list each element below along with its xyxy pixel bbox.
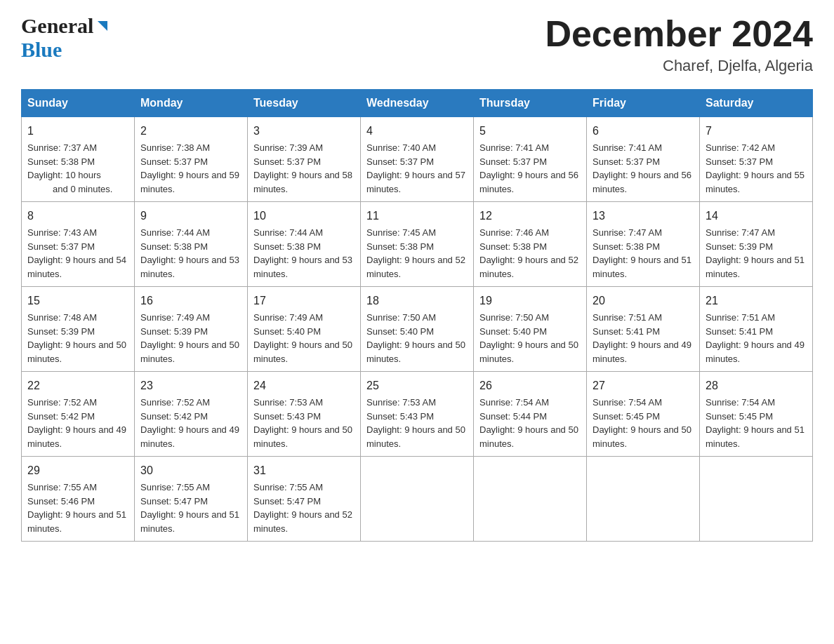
- day-number: 26: [479, 377, 581, 394]
- day-header-monday: Monday: [135, 90, 248, 117]
- day-daylight: Daylight: 9 hours and 58 minutes.: [253, 170, 352, 194]
- logo-blue-text: Blue: [21, 38, 62, 62]
- day-sunset: Sunset: 5:40 PM: [366, 326, 434, 337]
- day-sunset: Sunset: 5:41 PM: [706, 326, 773, 337]
- day-number: 10: [253, 208, 355, 224]
- day-daylight: Daylight: 9 hours and 49 minutes.: [706, 340, 805, 364]
- day-sunrise: Sunrise: 7:54 AM: [479, 397, 549, 408]
- day-cell: 9Sunrise: 7:44 AMSunset: 5:38 PMDaylight…: [135, 202, 248, 287]
- day-cell: 4Sunrise: 7:40 AMSunset: 5:37 PMDaylight…: [361, 117, 474, 202]
- day-cell: 21Sunrise: 7:51 AMSunset: 5:41 PMDayligh…: [700, 287, 813, 372]
- day-number: 13: [593, 208, 694, 224]
- day-sunset: Sunset: 5:47 PM: [253, 496, 321, 507]
- day-sunset: Sunset: 5:45 PM: [706, 411, 773, 422]
- day-cell: [700, 457, 813, 542]
- day-sunset: Sunset: 5:46 PM: [27, 496, 95, 507]
- day-number: 16: [140, 293, 241, 309]
- week-row-4: 22Sunrise: 7:52 AMSunset: 5:42 PMDayligh…: [22, 372, 813, 457]
- day-number: 28: [706, 377, 807, 394]
- day-sunset: Sunset: 5:47 PM: [140, 496, 208, 507]
- day-number: 9: [140, 208, 241, 224]
- day-sunrise: Sunrise: 7:50 AM: [366, 312, 436, 323]
- day-sunset: Sunset: 5:38 PM: [593, 241, 660, 252]
- day-daylight: Daylight: 9 hours and 51 minutes.: [27, 509, 126, 534]
- week-row-1: 1Sunrise: 7:37 AMSunset: 5:38 PMDaylight…: [22, 117, 813, 202]
- day-sunrise: Sunrise: 7:55 AM: [27, 482, 97, 492]
- day-sunrise: Sunrise: 7:51 AM: [706, 312, 775, 323]
- day-daylight: Daylight: 9 hours and 50 minutes.: [253, 424, 352, 449]
- day-daylight: Daylight: 9 hours and 50 minutes.: [593, 424, 691, 449]
- day-sunrise: Sunrise: 7:41 AM: [593, 142, 662, 153]
- day-daylight: Daylight: 9 hours and 59 minutes.: [140, 170, 239, 194]
- day-sunrise: Sunrise: 7:50 AM: [479, 312, 549, 323]
- day-cell: 14Sunrise: 7:47 AMSunset: 5:39 PMDayligh…: [700, 202, 813, 287]
- day-cell: 15Sunrise: 7:48 AMSunset: 5:39 PMDayligh…: [22, 287, 135, 372]
- day-sunrise: Sunrise: 7:54 AM: [706, 397, 775, 408]
- day-number: 12: [479, 208, 581, 224]
- day-number: 30: [140, 462, 241, 479]
- day-sunrise: Sunrise: 7:46 AM: [479, 227, 549, 238]
- day-sunset: Sunset: 5:41 PM: [593, 326, 660, 337]
- day-number: 6: [593, 123, 694, 140]
- logo-general-text: General: [21, 14, 93, 38]
- day-daylight: Daylight: 9 hours and 49 minutes.: [27, 424, 126, 449]
- day-header-friday: Friday: [587, 90, 700, 117]
- location-title: Charef, Djelfa, Algeria: [545, 57, 813, 75]
- day-cell: 16Sunrise: 7:49 AMSunset: 5:39 PMDayligh…: [135, 287, 248, 372]
- day-cell: 11Sunrise: 7:45 AMSunset: 5:38 PMDayligh…: [361, 202, 474, 287]
- day-daylight: Daylight: 9 hours and 50 minutes.: [366, 340, 465, 364]
- day-cell: 3Sunrise: 7:39 AMSunset: 5:37 PMDaylight…: [248, 117, 361, 202]
- day-sunset: Sunset: 5:37 PM: [479, 156, 547, 167]
- day-sunset: Sunset: 5:40 PM: [479, 326, 547, 337]
- day-sunset: Sunset: 5:37 PM: [706, 156, 773, 167]
- day-sunrise: Sunrise: 7:53 AM: [366, 397, 436, 408]
- day-cell: 10Sunrise: 7:44 AMSunset: 5:38 PMDayligh…: [248, 202, 361, 287]
- day-cell: 13Sunrise: 7:47 AMSunset: 5:38 PMDayligh…: [587, 202, 700, 287]
- day-sunrise: Sunrise: 7:40 AM: [366, 142, 436, 153]
- day-header-sunday: Sunday: [22, 90, 135, 117]
- day-sunset: Sunset: 5:38 PM: [479, 241, 547, 252]
- day-sunset: Sunset: 5:39 PM: [27, 326, 95, 337]
- day-sunset: Sunset: 5:42 PM: [27, 411, 95, 422]
- day-header-tuesday: Tuesday: [248, 90, 361, 117]
- day-cell: 27Sunrise: 7:54 AMSunset: 5:45 PMDayligh…: [587, 372, 700, 457]
- week-row-2: 8Sunrise: 7:43 AMSunset: 5:37 PMDaylight…: [22, 202, 813, 287]
- day-daylight: Daylight: 9 hours and 51 minutes.: [593, 255, 691, 279]
- day-cell: 24Sunrise: 7:53 AMSunset: 5:43 PMDayligh…: [248, 372, 361, 457]
- day-sunrise: Sunrise: 7:51 AM: [593, 312, 662, 323]
- day-sunrise: Sunrise: 7:37 AM: [27, 142, 97, 153]
- day-sunrise: Sunrise: 7:43 AM: [27, 227, 97, 238]
- day-sunrise: Sunrise: 7:55 AM: [140, 482, 210, 492]
- day-sunset: Sunset: 5:39 PM: [706, 241, 773, 252]
- day-cell: 17Sunrise: 7:49 AMSunset: 5:40 PMDayligh…: [248, 287, 361, 372]
- day-number: 25: [366, 377, 468, 394]
- day-cell: [474, 457, 587, 542]
- day-sunset: Sunset: 5:39 PM: [140, 326, 208, 337]
- month-title: December 2024: [545, 14, 813, 54]
- day-sunset: Sunset: 5:45 PM: [593, 411, 660, 422]
- day-sunset: Sunset: 5:37 PM: [253, 156, 321, 167]
- day-sunrise: Sunrise: 7:49 AM: [140, 312, 210, 323]
- day-daylight: Daylight: 9 hours and 50 minutes.: [366, 424, 465, 449]
- logo: General Blue: [21, 14, 110, 62]
- day-sunset: Sunset: 5:37 PM: [27, 241, 95, 252]
- day-daylight: Daylight: 9 hours and 57 minutes.: [366, 170, 465, 194]
- day-sunset: Sunset: 5:43 PM: [366, 411, 434, 422]
- day-sunset: Sunset: 5:37 PM: [140, 156, 208, 167]
- day-daylight: Daylight: 9 hours and 52 minutes.: [253, 509, 352, 534]
- day-sunrise: Sunrise: 7:47 AM: [593, 227, 662, 238]
- day-cell: 30Sunrise: 7:55 AMSunset: 5:47 PMDayligh…: [135, 457, 248, 542]
- day-sunrise: Sunrise: 7:44 AM: [253, 227, 323, 238]
- day-daylight: Daylight: 9 hours and 56 minutes.: [479, 170, 578, 194]
- day-cell: 26Sunrise: 7:54 AMSunset: 5:44 PMDayligh…: [474, 372, 587, 457]
- day-daylight: Daylight: 9 hours and 52 minutes.: [366, 255, 465, 279]
- day-number: 15: [27, 293, 128, 309]
- day-daylight: Daylight: 9 hours and 49 minutes.: [140, 424, 239, 449]
- week-row-3: 15Sunrise: 7:48 AMSunset: 5:39 PMDayligh…: [22, 287, 813, 372]
- day-sunrise: Sunrise: 7:48 AM: [27, 312, 97, 323]
- day-cell: 12Sunrise: 7:46 AMSunset: 5:38 PMDayligh…: [474, 202, 587, 287]
- day-number: 21: [706, 293, 807, 309]
- day-daylight: Daylight: 9 hours and 51 minutes.: [706, 424, 805, 449]
- day-daylight: Daylight: 9 hours and 53 minutes.: [253, 255, 352, 279]
- day-header-saturday: Saturday: [700, 90, 813, 117]
